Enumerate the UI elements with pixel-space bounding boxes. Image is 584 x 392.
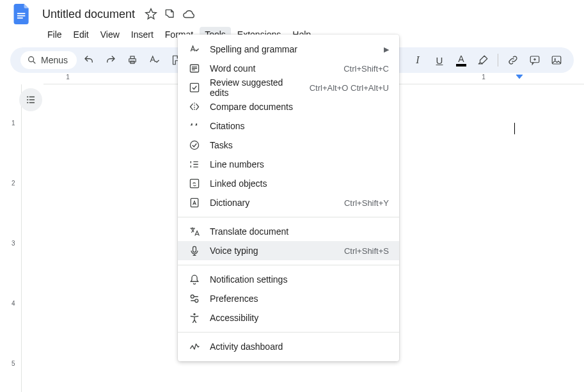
menu-item-dictionary[interactable]: DictionaryCtrl+Shift+Y	[178, 193, 399, 212]
review-icon	[188, 81, 201, 94]
text-cursor	[514, 123, 515, 134]
search-menus-label: Menus	[41, 55, 68, 65]
menu-view[interactable]: View	[95, 27, 125, 42]
menu-item-linked-objects[interactable]: Linked objects	[178, 174, 399, 193]
compare-icon	[188, 100, 201, 113]
menu-item-citations[interactable]: Citations	[178, 116, 399, 136]
indent-marker[interactable]	[516, 74, 523, 82]
citations-icon	[188, 120, 201, 132]
vertical-ruler[interactable]: 12345	[0, 84, 22, 392]
search-icon	[27, 55, 37, 65]
text-color-letter: A	[458, 54, 464, 63]
outline-toggle[interactable]	[19, 88, 42, 111]
print-button[interactable]	[123, 51, 142, 70]
menu-item-label: Translate document	[210, 226, 389, 237]
linked-icon	[188, 177, 201, 190]
menu-divider	[178, 265, 399, 265]
menu-item-label: Review suggested edits	[210, 77, 301, 98]
ruler-number: 2	[12, 180, 15, 187]
submenu-arrow-icon: ▶	[384, 45, 389, 54]
menu-file[interactable]: File	[42, 27, 67, 42]
menu-item-label: Spelling and grammar	[210, 44, 375, 54]
menu-item-label: Notification settings	[210, 274, 389, 285]
menu-item-label: Word count	[210, 63, 335, 74]
document-title[interactable]: Untitled document	[38, 6, 139, 22]
voice-icon	[188, 244, 201, 257]
underline-button[interactable]: U	[430, 51, 449, 70]
undo-button[interactable]	[79, 51, 99, 70]
ruler-number: 1	[66, 74, 70, 81]
svg-rect-17	[17, 15, 25, 17]
svg-rect-16	[17, 13, 25, 14]
star-icon[interactable]	[144, 7, 158, 21]
menu-item-spelling-and-grammar[interactable]: Spelling and grammar▶	[178, 40, 399, 59]
menu-divider	[178, 332, 399, 333]
spellcheck-button[interactable]	[145, 51, 164, 70]
menu-item-label: Linked objects	[210, 178, 389, 189]
menu-item-word-count[interactable]: Word countCtrl+Shift+C	[178, 59, 399, 78]
menu-shortcut: Ctrl+Shift+S	[344, 246, 389, 256]
linenum-icon	[188, 158, 201, 171]
spell-icon	[188, 43, 201, 56]
menu-item-tasks[interactable]: Tasks	[178, 136, 399, 155]
menu-divider	[178, 217, 399, 217]
italic-button[interactable]: I	[408, 51, 427, 70]
menu-item-translate-document[interactable]: Translate document	[178, 222, 399, 241]
menu-insert[interactable]: Insert	[126, 27, 159, 42]
menu-item-label: Voice typing	[210, 246, 335, 256]
menu-shortcut: Ctrl+Shift+Y	[344, 198, 389, 208]
menu-item-preferences[interactable]: Preferences	[178, 289, 399, 308]
docs-logo[interactable]	[10, 3, 33, 26]
move-icon[interactable]	[163, 7, 177, 21]
menu-item-label: Preferences	[210, 294, 389, 304]
menu-item-label: Tasks	[210, 140, 389, 150]
dictionary-icon	[188, 196, 201, 209]
menu-item-notification-settings[interactable]: Notification settings	[178, 270, 399, 289]
redo-button[interactable]	[101, 51, 120, 70]
tools-menu-dropdown: Spelling and grammar▶Word countCtrl+Shif…	[178, 35, 399, 361]
ruler-number: 1	[482, 74, 485, 81]
menu-item-label: Citations	[210, 121, 389, 131]
menu-item-line-numbers[interactable]: Line numbers	[178, 155, 399, 174]
ruler-number: 3	[12, 240, 15, 247]
add-comment-button[interactable]	[525, 51, 544, 70]
menu-shortcut: Ctrl+Alt+O Ctrl+Alt+U	[310, 83, 389, 93]
menu-item-voice-typing[interactable]: Voice typingCtrl+Shift+S	[178, 241, 399, 260]
ruler-number: 5	[12, 360, 15, 367]
svg-rect-18	[17, 17, 23, 19]
menu-item-compare-documents[interactable]: Compare documents	[178, 97, 399, 116]
accessibility-icon	[188, 311, 201, 324]
insert-image-button[interactable]	[547, 51, 566, 70]
menu-item-accessibility[interactable]: Accessibility	[178, 308, 399, 327]
menu-shortcut: Ctrl+Shift+C	[343, 64, 389, 74]
menu-item-label: Activity dashboard	[210, 341, 389, 352]
menu-item-label: Dictionary	[210, 198, 335, 208]
activity-icon	[188, 340, 201, 353]
menu-edit[interactable]: Edit	[68, 27, 94, 42]
ruler-number: 1	[12, 120, 15, 127]
text-color-button[interactable]: A	[452, 51, 471, 70]
menu-item-review-suggested-edits[interactable]: Review suggested editsCtrl+Alt+O Ctrl+Al…	[178, 78, 399, 97]
highlight-button[interactable]	[473, 51, 493, 70]
wordcount-icon	[188, 62, 201, 75]
translate-icon	[188, 225, 201, 238]
menu-item-activity-dashboard[interactable]: Activity dashboard	[178, 337, 399, 356]
toolbar-separator	[498, 54, 498, 67]
search-menus[interactable]: Menus	[20, 51, 77, 69]
tasks-icon	[188, 139, 201, 152]
ruler-number: 4	[12, 300, 15, 307]
insert-link-button[interactable]	[503, 51, 523, 70]
menu-item-label: Compare documents	[210, 102, 389, 112]
menu-item-label: Line numbers	[210, 159, 389, 169]
menu-item-label: Accessibility	[210, 313, 389, 323]
cloud-status-icon[interactable]	[182, 7, 196, 21]
prefs-icon	[188, 292, 201, 305]
bell-icon	[188, 273, 201, 286]
